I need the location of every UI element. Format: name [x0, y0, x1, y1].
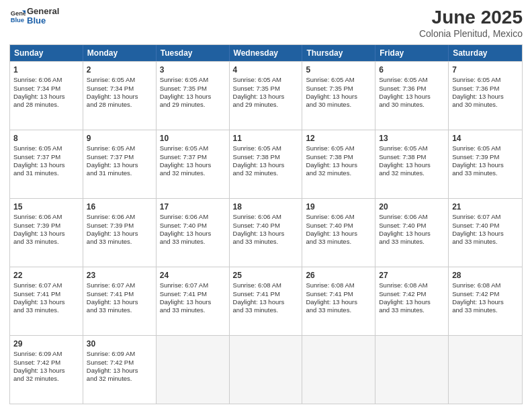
cell-info: Sunrise: 6:08 AM Sunset: 7:42 PM Dayligh…: [379, 281, 445, 314]
calendar-cell: 20Sunrise: 6:06 AM Sunset: 7:40 PM Dayli…: [375, 199, 449, 267]
header-saturday: Saturday: [449, 45, 522, 61]
cell-info: Sunrise: 6:05 AM Sunset: 7:34 PM Dayligh…: [87, 76, 152, 109]
header-wednesday: Wednesday: [230, 45, 303, 61]
calendar-cell: 5Sunrise: 6:05 AM Sunset: 7:35 PM Daylig…: [302, 62, 375, 130]
cell-day-number: 24: [160, 270, 226, 281]
cell-info: Sunrise: 6:05 AM Sunset: 7:38 PM Dayligh…: [306, 144, 371, 177]
cell-info: Sunrise: 6:05 AM Sunset: 7:35 PM Dayligh…: [160, 76, 226, 109]
cell-day-number: 22: [13, 270, 79, 281]
cell-info: Sunrise: 6:05 AM Sunset: 7:39 PM Dayligh…: [452, 144, 519, 177]
cell-info: Sunrise: 6:06 AM Sunset: 7:39 PM Dayligh…: [13, 213, 79, 246]
title-block: June 2025 Colonia Plenitud, Mexico: [419, 7, 523, 39]
cell-day-number: 20: [379, 201, 445, 212]
cell-day-number: 19: [306, 201, 371, 212]
calendar-cell: 22Sunrise: 6:07 AM Sunset: 7:41 PM Dayli…: [10, 267, 83, 335]
cell-day-number: 4: [233, 64, 299, 75]
cell-day-number: 11: [233, 133, 299, 144]
calendar-cell: 19Sunrise: 6:06 AM Sunset: 7:40 PM Dayli…: [302, 199, 375, 267]
cell-info: Sunrise: 6:05 AM Sunset: 7:36 PM Dayligh…: [379, 76, 445, 109]
cell-info: Sunrise: 6:05 AM Sunset: 7:35 PM Dayligh…: [233, 76, 299, 109]
calendar-cell: 23Sunrise: 6:07 AM Sunset: 7:41 PM Dayli…: [83, 267, 157, 335]
cell-day-number: 10: [160, 133, 226, 144]
cell-day-number: 23: [87, 270, 152, 281]
header-monday: Monday: [83, 45, 157, 61]
calendar-cell: 29Sunrise: 6:09 AM Sunset: 7:42 PM Dayli…: [10, 336, 83, 404]
svg-text:Blue: Blue: [11, 16, 24, 24]
calendar-row-4: 22Sunrise: 6:07 AM Sunset: 7:41 PM Dayli…: [10, 267, 522, 335]
page-title: June 2025: [419, 7, 523, 28]
calendar-cell: 7Sunrise: 6:05 AM Sunset: 7:36 PM Daylig…: [449, 62, 522, 130]
cell-day-number: 27: [379, 270, 445, 281]
header-tuesday: Tuesday: [157, 45, 230, 61]
calendar-cell: 6Sunrise: 6:05 AM Sunset: 7:36 PM Daylig…: [375, 62, 449, 130]
cell-day-number: 12: [306, 133, 371, 144]
calendar-cell: [449, 336, 522, 404]
cell-info: Sunrise: 6:06 AM Sunset: 7:40 PM Dayligh…: [233, 213, 299, 246]
cell-day-number: 5: [306, 64, 371, 75]
calendar-row-2: 8Sunrise: 6:05 AM Sunset: 7:37 PM Daylig…: [10, 130, 522, 198]
cell-day-number: 29: [13, 338, 79, 349]
cell-day-number: 17: [160, 201, 226, 212]
calendar-cell: 10Sunrise: 6:05 AM Sunset: 7:37 PM Dayli…: [157, 130, 230, 198]
cell-day-number: 16: [87, 201, 152, 212]
calendar-cell: [375, 336, 449, 404]
calendar-cell: 3Sunrise: 6:05 AM Sunset: 7:35 PM Daylig…: [157, 62, 230, 130]
cell-info: Sunrise: 6:06 AM Sunset: 7:40 PM Dayligh…: [379, 213, 445, 246]
cell-day-number: 3: [160, 64, 226, 75]
calendar-cell: 30Sunrise: 6:09 AM Sunset: 7:42 PM Dayli…: [83, 336, 157, 404]
calendar-cell: [302, 336, 375, 404]
calendar-cell: 15Sunrise: 6:06 AM Sunset: 7:39 PM Dayli…: [10, 199, 83, 267]
cell-day-number: 1: [13, 64, 79, 75]
calendar-body: 1Sunrise: 6:06 AM Sunset: 7:34 PM Daylig…: [10, 61, 522, 404]
calendar-cell: 25Sunrise: 6:08 AM Sunset: 7:41 PM Dayli…: [230, 267, 303, 335]
page: General Blue General Blue June 2025 Colo…: [0, 0, 532, 411]
calendar-cell: 16Sunrise: 6:06 AM Sunset: 7:39 PM Dayli…: [83, 199, 157, 267]
calendar-cell: 9Sunrise: 6:05 AM Sunset: 7:37 PM Daylig…: [83, 130, 157, 198]
cell-info: Sunrise: 6:05 AM Sunset: 7:35 PM Dayligh…: [306, 76, 371, 109]
cell-info: Sunrise: 6:06 AM Sunset: 7:40 PM Dayligh…: [160, 213, 226, 246]
cell-day-number: 6: [379, 64, 445, 75]
cell-info: Sunrise: 6:05 AM Sunset: 7:38 PM Dayligh…: [379, 144, 445, 177]
calendar-cell: 27Sunrise: 6:08 AM Sunset: 7:42 PM Dayli…: [375, 267, 449, 335]
calendar-row-3: 15Sunrise: 6:06 AM Sunset: 7:39 PM Dayli…: [10, 198, 522, 267]
cell-info: Sunrise: 6:08 AM Sunset: 7:42 PM Dayligh…: [452, 281, 519, 314]
calendar-cell: 2Sunrise: 6:05 AM Sunset: 7:34 PM Daylig…: [83, 62, 157, 130]
cell-info: Sunrise: 6:06 AM Sunset: 7:40 PM Dayligh…: [306, 213, 371, 246]
cell-day-number: 15: [13, 201, 79, 212]
calendar-cell: 26Sunrise: 6:08 AM Sunset: 7:41 PM Dayli…: [302, 267, 375, 335]
calendar-cell: 21Sunrise: 6:07 AM Sunset: 7:40 PM Dayli…: [449, 199, 522, 267]
header-friday: Friday: [375, 45, 449, 61]
cell-day-number: 28: [452, 270, 519, 281]
cell-day-number: 9: [87, 133, 152, 144]
calendar-header: Sunday Monday Tuesday Wednesday Thursday…: [10, 45, 522, 61]
header-thursday: Thursday: [302, 45, 375, 61]
calendar-cell: 13Sunrise: 6:05 AM Sunset: 7:38 PM Dayli…: [375, 130, 449, 198]
cell-day-number: 14: [452, 133, 519, 144]
calendar-cell: 12Sunrise: 6:05 AM Sunset: 7:38 PM Dayli…: [302, 130, 375, 198]
cell-day-number: 25: [233, 270, 299, 281]
calendar-cell: 11Sunrise: 6:05 AM Sunset: 7:38 PM Dayli…: [230, 130, 303, 198]
cell-day-number: 2: [87, 64, 152, 75]
calendar-cell: 17Sunrise: 6:06 AM Sunset: 7:40 PM Dayli…: [157, 199, 230, 267]
cell-info: Sunrise: 6:06 AM Sunset: 7:34 PM Dayligh…: [13, 76, 79, 109]
cell-day-number: 18: [233, 201, 299, 212]
cell-info: Sunrise: 6:05 AM Sunset: 7:37 PM Dayligh…: [87, 144, 152, 177]
calendar-cell: 8Sunrise: 6:05 AM Sunset: 7:37 PM Daylig…: [10, 130, 83, 198]
cell-info: Sunrise: 6:05 AM Sunset: 7:37 PM Dayligh…: [160, 144, 226, 177]
calendar-row-1: 1Sunrise: 6:06 AM Sunset: 7:34 PM Daylig…: [10, 61, 522, 130]
calendar-cell: 4Sunrise: 6:05 AM Sunset: 7:35 PM Daylig…: [230, 62, 303, 130]
cell-info: Sunrise: 6:05 AM Sunset: 7:36 PM Dayligh…: [452, 76, 519, 109]
cell-info: Sunrise: 6:07 AM Sunset: 7:40 PM Dayligh…: [452, 213, 519, 246]
calendar-cell: 24Sunrise: 6:07 AM Sunset: 7:41 PM Dayli…: [157, 267, 230, 335]
cell-info: Sunrise: 6:06 AM Sunset: 7:39 PM Dayligh…: [87, 213, 152, 246]
calendar-row-5: 29Sunrise: 6:09 AM Sunset: 7:42 PM Dayli…: [10, 335, 522, 404]
calendar-cell: 18Sunrise: 6:06 AM Sunset: 7:40 PM Dayli…: [230, 199, 303, 267]
calendar-cell: [230, 336, 303, 404]
calendar: Sunday Monday Tuesday Wednesday Thursday…: [9, 44, 523, 404]
logo-icon: General Blue: [9, 8, 26, 24]
cell-info: Sunrise: 6:05 AM Sunset: 7:37 PM Dayligh…: [13, 144, 79, 177]
cell-info: Sunrise: 6:09 AM Sunset: 7:42 PM Dayligh…: [13, 350, 79, 383]
cell-day-number: 7: [452, 64, 519, 75]
cell-info: Sunrise: 6:08 AM Sunset: 7:41 PM Dayligh…: [306, 281, 371, 314]
header-sunday: Sunday: [10, 45, 83, 61]
